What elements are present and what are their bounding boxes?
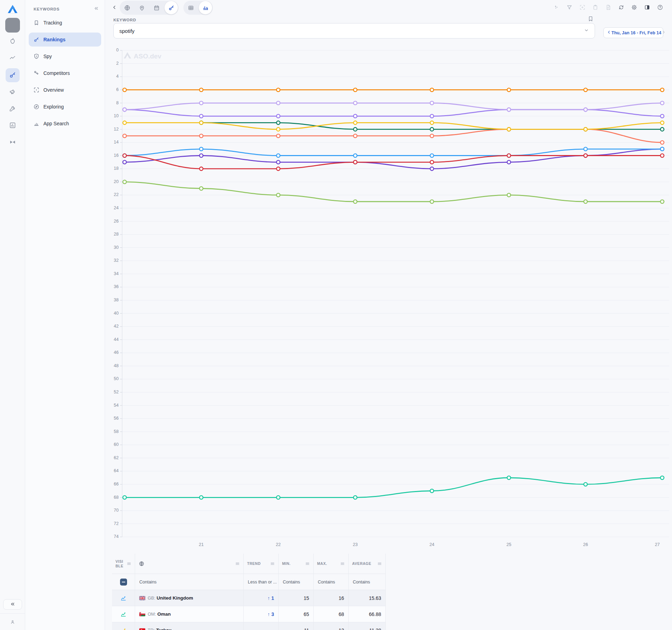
data-point[interactable]: [123, 134, 126, 138]
data-point[interactable]: [200, 154, 203, 158]
data-point[interactable]: [276, 127, 280, 131]
data-point[interactable]: [354, 114, 357, 118]
rail-item-megaphone[interactable]: [6, 85, 20, 99]
data-point[interactable]: [354, 88, 357, 92]
data-point[interactable]: [200, 101, 203, 105]
table-row[interactable]: GB:United Kingdom↑ 1151615.63: [112, 590, 386, 606]
column-menu-icon[interactable]: [127, 561, 131, 566]
data-point[interactable]: [276, 154, 280, 158]
data-point[interactable]: [430, 127, 434, 131]
rankings-chart[interactable]: ASO.dev 02468101214161820222426283032343…: [105, 0, 672, 630]
series-teal-oman[interactable]: [123, 476, 664, 499]
data-point[interactable]: [660, 200, 664, 203]
data-point[interactable]: [276, 160, 280, 164]
column-menu-icon[interactable]: [270, 561, 275, 566]
series-red[interactable]: [123, 154, 664, 171]
visibility-toggle-icon[interactable]: [120, 627, 127, 630]
data-point[interactable]: [507, 476, 511, 479]
data-point[interactable]: [430, 154, 434, 158]
data-point[interactable]: [430, 121, 434, 125]
data-point[interactable]: [430, 88, 434, 92]
profile-button[interactable]: [6, 615, 20, 629]
sidebar-collapse-button[interactable]: [93, 6, 99, 12]
header-min[interactable]: MIN.: [279, 554, 314, 574]
data-point[interactable]: [507, 154, 511, 158]
data-point[interactable]: [584, 88, 587, 92]
series-indigo[interactable]: [123, 147, 664, 170]
sidebar-item-app-search[interactable]: App Search: [29, 117, 101, 131]
series-light-purple[interactable]: [123, 101, 664, 111]
table-row[interactable]: TR:Turkey111211.38: [112, 622, 386, 630]
rail-item-wrench[interactable]: [6, 102, 20, 116]
data-point[interactable]: [430, 101, 434, 105]
data-point[interactable]: [276, 193, 280, 197]
data-point[interactable]: [200, 121, 203, 125]
filter-input[interactable]: Contains: [279, 574, 314, 590]
data-point[interactable]: [660, 154, 664, 158]
data-point[interactable]: [276, 88, 280, 92]
data-point[interactable]: [354, 160, 357, 164]
header-visible[interactable]: VISIBLE: [112, 554, 135, 574]
column-menu-icon[interactable]: [305, 561, 310, 566]
sidebar-item-overview[interactable]: Overview: [29, 83, 101, 97]
sidebar-item-tracking[interactable]: Tracking: [29, 16, 101, 30]
data-point[interactable]: [507, 127, 511, 131]
data-point[interactable]: [354, 200, 357, 203]
data-point[interactable]: [276, 134, 280, 138]
header-trend[interactable]: TREND: [244, 554, 279, 574]
data-point[interactable]: [276, 496, 280, 499]
visibility-toggle-icon[interactable]: [120, 595, 127, 601]
data-point[interactable]: [200, 134, 203, 138]
sidebar-item-competitors[interactable]: Competitors: [29, 66, 101, 80]
data-point[interactable]: [430, 114, 434, 118]
header-average[interactable]: AVERAGE: [349, 554, 386, 574]
data-point[interactable]: [354, 127, 357, 131]
data-point[interactable]: [584, 483, 587, 486]
filter-input[interactable]: Contains: [135, 574, 244, 590]
data-point[interactable]: [200, 88, 203, 92]
data-point[interactable]: [123, 160, 126, 164]
sidebar-item-spy[interactable]: Spy: [29, 49, 101, 63]
select-all-checkbox[interactable]: [120, 579, 127, 586]
rail-item-key[interactable]: [6, 68, 20, 82]
data-point[interactable]: [276, 121, 280, 125]
sidebar-item-rankings[interactable]: Rankings: [29, 33, 101, 47]
data-point[interactable]: [123, 88, 126, 92]
data-point[interactable]: [660, 88, 664, 92]
rail-item-activity[interactable]: [6, 51, 20, 65]
data-point[interactable]: [123, 108, 126, 111]
sidebar-item-exploring[interactable]: Exploring: [29, 100, 101, 114]
data-point[interactable]: [200, 147, 203, 151]
data-point[interactable]: [584, 127, 587, 131]
data-point[interactable]: [123, 154, 126, 158]
data-point[interactable]: [276, 101, 280, 105]
data-point[interactable]: [660, 147, 664, 151]
column-menu-icon[interactable]: [377, 561, 382, 566]
data-point[interactable]: [507, 160, 511, 164]
column-menu-icon[interactable]: [235, 561, 240, 566]
data-point[interactable]: [660, 101, 664, 105]
data-point[interactable]: [200, 496, 203, 499]
rail-item-analytics[interactable]: [6, 119, 20, 133]
data-point[interactable]: [584, 154, 587, 158]
data-point[interactable]: [123, 121, 126, 125]
series-orange[interactable]: [123, 88, 664, 92]
data-point[interactable]: [430, 200, 434, 203]
data-point[interactable]: [430, 167, 434, 170]
data-point[interactable]: [200, 114, 203, 118]
series-green[interactable]: [123, 180, 664, 203]
data-point[interactable]: [123, 496, 126, 499]
column-menu-icon[interactable]: [340, 561, 345, 566]
data-point[interactable]: [354, 121, 357, 125]
data-point[interactable]: [507, 88, 511, 92]
filter-input[interactable]: Contains: [314, 574, 349, 590]
aso-logo-icon[interactable]: [6, 3, 20, 15]
data-point[interactable]: [660, 114, 664, 118]
data-point[interactable]: [430, 489, 434, 493]
data-point[interactable]: [354, 134, 357, 138]
data-point[interactable]: [276, 167, 280, 170]
header-country[interactable]: [135, 554, 244, 574]
data-point[interactable]: [584, 147, 587, 151]
header-max[interactable]: MAX.: [314, 554, 349, 574]
data-point[interactable]: [507, 108, 511, 111]
